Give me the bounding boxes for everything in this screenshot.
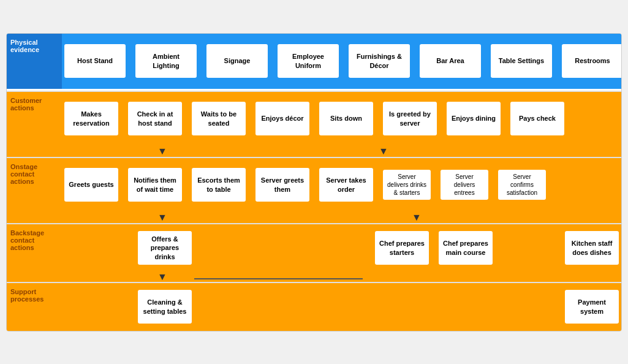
backstage-label: Backstage contact actions bbox=[7, 224, 62, 272]
card-furnishings-decor: Furnishings & Décor bbox=[349, 44, 410, 78]
support-label: Support processes bbox=[7, 283, 62, 331]
card-enjoys-dining: Enjoys dining bbox=[447, 102, 501, 135]
onstage-content: Greets guests Notifies them of wait time… bbox=[62, 158, 621, 212]
physical-evidence-content: Host Stand Ambient Lighting Signage Empl… bbox=[62, 34, 622, 89]
arrow-row-1: ▼ ▼ bbox=[7, 146, 621, 157]
customer-actions-label: Customer actions bbox=[7, 92, 62, 146]
card-offers-drinks: Offers & prepares drinks bbox=[138, 231, 192, 265]
card-check-in: Check in at host stand bbox=[128, 102, 182, 135]
card-bar-area: Bar Area bbox=[420, 44, 481, 78]
card-escorts-table: Escorts them to table bbox=[192, 168, 246, 202]
card-host-stand: Host Stand bbox=[64, 44, 126, 78]
card-chef-main: Chef prepares main course bbox=[439, 231, 493, 265]
customer-actions-row: Customer actions Makes reservation Check… bbox=[7, 91, 621, 146]
card-chef-starters: Chef prepares starters bbox=[375, 231, 429, 265]
card-ambient-lighting: Ambient Lighting bbox=[135, 44, 197, 78]
card-sits-down: Sits down bbox=[319, 102, 373, 135]
card-table-settings: Table Settings bbox=[491, 44, 552, 78]
card-kitchen-dishes: Kitchen staff does dishes bbox=[565, 231, 619, 265]
card-delivers-entrees: Server delivers entrees bbox=[441, 170, 488, 200]
down-arrow-order: ▼ bbox=[412, 213, 422, 222]
support-content: Cleaning & setting tables Payment system bbox=[62, 283, 621, 331]
backstage-row: Backstage contact actions Offers & prepa… bbox=[7, 223, 621, 272]
physical-evidence-row: Physical evidence Host Stand Ambient Lig… bbox=[7, 34, 621, 89]
card-server-greets: Server greets them bbox=[255, 168, 309, 202]
onstage-label: Onstage contact actions bbox=[7, 158, 62, 212]
card-greets-guests: Greets guests bbox=[64, 168, 118, 202]
card-waits-seated: Waits to be seated bbox=[192, 102, 246, 135]
card-delivers-drinks-starters: Server delivers drinks & starters bbox=[383, 170, 431, 200]
physical-evidence-label: Physical evidence bbox=[7, 34, 62, 89]
arrow-row-2: ▼ ▼ bbox=[7, 212, 621, 223]
card-employee-uniform: Employee Uniform bbox=[278, 44, 339, 78]
onstage-row: Onstage contact actions Greets guests No… bbox=[7, 157, 621, 212]
backstage-content: Offers & prepares drinks Chef prepares s… bbox=[62, 224, 621, 272]
support-row: Support processes Cleaning & setting tab… bbox=[7, 282, 621, 331]
customer-actions-content: Makes reservation Check in at host stand… bbox=[62, 92, 621, 146]
card-pays-check: Pays check bbox=[510, 102, 564, 135]
card-notifies-wait: Notifies them of wait time bbox=[128, 168, 182, 202]
down-arrow-notifies: ▼ bbox=[157, 213, 167, 222]
card-restrooms: Restrooms bbox=[562, 44, 622, 78]
h-connector-line bbox=[194, 278, 363, 279]
arrow-row-3: ▼ bbox=[7, 272, 621, 282]
card-cleaning-tables: Cleaning & setting tables bbox=[138, 290, 192, 324]
down-arrow-drinks: ▼ bbox=[157, 272, 167, 282]
card-confirms-satisfaction: Server confirms satisfaction bbox=[498, 170, 546, 200]
service-blueprint-diagram: Physical evidence Host Stand Ambient Lig… bbox=[6, 33, 622, 332]
card-payment-system: Payment system bbox=[565, 290, 619, 324]
card-signage: Signage bbox=[206, 44, 268, 78]
card-server-takes-order: Server takes order bbox=[319, 168, 373, 202]
card-greeted-server: Is greeted by server bbox=[383, 102, 437, 135]
card-enjoys-decor: Enjoys décor bbox=[255, 102, 309, 135]
down-arrow-checkin: ▼ bbox=[157, 146, 167, 156]
card-makes-reservation: Makes reservation bbox=[64, 102, 118, 135]
down-arrow-sitsdown: ▼ bbox=[379, 146, 388, 156]
